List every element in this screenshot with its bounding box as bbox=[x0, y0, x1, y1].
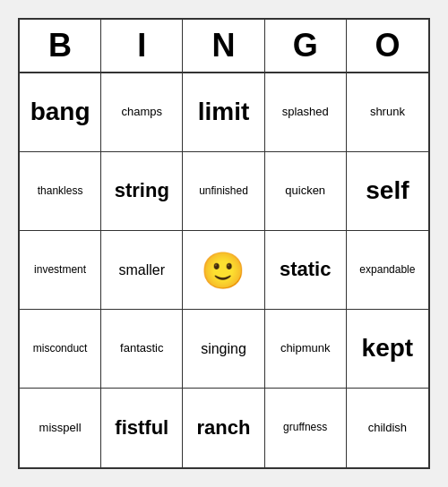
cell-text: splashed bbox=[282, 106, 329, 118]
bingo-cell: smaller bbox=[101, 231, 183, 310]
bingo-cell: kept bbox=[347, 310, 428, 389]
bingo-cell: quicken bbox=[265, 152, 347, 231]
bingo-cell: singing bbox=[183, 310, 264, 389]
header-letter-i: I bbox=[101, 20, 183, 72]
header-letter-n: N bbox=[183, 20, 264, 72]
cell-text: gruffness bbox=[283, 422, 327, 433]
cell-text: string bbox=[115, 180, 169, 201]
cell-text: thankless bbox=[38, 185, 83, 197]
bingo-cell: ranch bbox=[183, 389, 264, 467]
cell-text: ranch bbox=[197, 417, 251, 439]
cell-text: bang bbox=[30, 98, 90, 126]
cell-text: misspell bbox=[39, 422, 82, 434]
bingo-cell: champs bbox=[101, 73, 183, 152]
bingo-cell: childish bbox=[347, 389, 428, 467]
cell-text: champs bbox=[122, 106, 163, 118]
bingo-cell: limit bbox=[183, 73, 264, 152]
cell-text: smaller bbox=[119, 262, 166, 278]
bingo-cell: investment bbox=[20, 231, 101, 310]
bingo-cell: static bbox=[265, 231, 347, 310]
bingo-cell: expandable bbox=[347, 231, 428, 310]
cell-text: fistful bbox=[115, 417, 168, 439]
bingo-cell: fantastic bbox=[101, 310, 183, 389]
bingo-cell: misspell bbox=[20, 389, 101, 467]
cell-text: childish bbox=[368, 422, 407, 434]
bingo-grid: bangchampslimitsplashedshrunkthanklessst… bbox=[20, 73, 428, 467]
bingo-cell: 🙂 bbox=[183, 231, 264, 310]
bingo-cell: splashed bbox=[265, 73, 347, 152]
cell-text: limit bbox=[198, 98, 250, 126]
header-letter-g: G bbox=[265, 20, 347, 72]
bingo-card: BINGO bangchampslimitsplashedshrunkthank… bbox=[18, 18, 430, 469]
bingo-cell: string bbox=[101, 152, 183, 231]
cell-text: quicken bbox=[285, 184, 325, 197]
bingo-cell: bang bbox=[20, 73, 101, 152]
cell-text: self bbox=[366, 177, 409, 205]
bingo-cell: shrunk bbox=[347, 73, 428, 152]
header-letter-b: B bbox=[20, 20, 101, 72]
cell-text: chipmunk bbox=[280, 342, 331, 355]
header-letter-o: O bbox=[347, 20, 428, 72]
cell-text: kept bbox=[362, 335, 414, 363]
bingo-cell: self bbox=[347, 152, 428, 231]
cell-text: expandable bbox=[359, 264, 415, 276]
cell-text: shrunk bbox=[370, 106, 405, 118]
cell-text: misconduct bbox=[33, 343, 88, 355]
cell-text: singing bbox=[201, 341, 246, 357]
bingo-header: BINGO bbox=[20, 20, 428, 73]
cell-text: static bbox=[280, 259, 331, 280]
cell-text: 🙂 bbox=[201, 251, 246, 290]
bingo-cell: chipmunk bbox=[265, 310, 347, 389]
bingo-cell: unfinished bbox=[183, 152, 264, 231]
bingo-cell: gruffness bbox=[265, 389, 347, 467]
bingo-cell: thankless bbox=[20, 152, 101, 231]
cell-text: investment bbox=[34, 264, 86, 276]
bingo-cell: misconduct bbox=[20, 310, 101, 389]
cell-text: fantastic bbox=[120, 342, 163, 355]
bingo-cell: fistful bbox=[101, 389, 183, 467]
cell-text: unfinished bbox=[199, 185, 248, 197]
